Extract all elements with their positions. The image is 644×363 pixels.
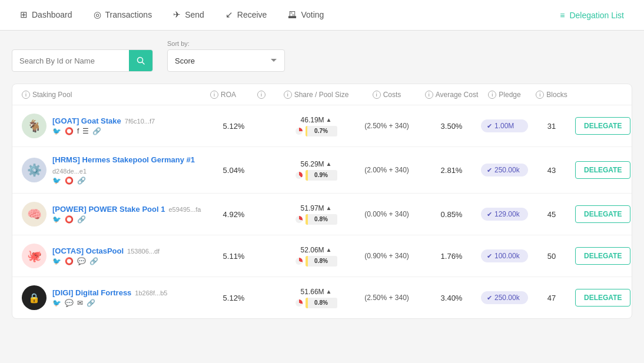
share-pie-hrms <box>296 172 303 179</box>
share-pie-digi <box>296 299 303 307</box>
controls-row: Sort by: Score ROA Pledge Blocks Pool Si… <box>12 40 632 72</box>
pool-hash-hrms: d248de...e1 <box>52 168 87 175</box>
discord-icon[interactable]: 💬 <box>65 299 74 307</box>
email-icon[interactable]: ✉ <box>77 299 83 307</box>
share-value-power: 51.97M ▲ <box>301 204 332 212</box>
nav-voting[interactable]: 🗳 Voting <box>277 0 334 30</box>
delegate-button-octas[interactable]: DELEGATE <box>575 247 630 265</box>
delegate-button-power[interactable]: DELEGATE <box>575 205 630 223</box>
sort-label: Sort by: <box>167 40 285 47</box>
list-icon[interactable]: ☰ <box>82 127 89 135</box>
share-cell-goat: 46.19M ▲ 0.7% <box>281 116 351 136</box>
col-roa-label: ROA <box>221 91 236 99</box>
share-value-hrms: 56.29M ▲ <box>301 160 332 168</box>
pool-ticker-octas[interactable]: [OCTAS] OctasPool <box>52 247 124 255</box>
discord-icon[interactable]: 💬 <box>77 257 86 265</box>
circle-icon[interactable]: ⭕ <box>65 215 74 224</box>
nav-receive[interactable]: ↙ Receive <box>215 0 278 30</box>
arrow-up-icon: ▲ <box>326 205 332 211</box>
col-header-costs: i Costs <box>351 91 422 99</box>
action-cell-goat: DELEGATE <box>575 117 632 135</box>
delegate-button-digi[interactable]: DELEGATE <box>575 289 630 307</box>
pool-name-row-power: [POWER] POWER Stake Pool 1 e59495...fa <box>52 205 201 214</box>
pool-hash-goat: 7f6c10...f7 <box>125 118 155 125</box>
pledge-cell-digi: ✔ 250.00k <box>481 291 528 304</box>
pool-avatar-digi: 🔒 <box>22 285 47 310</box>
nav-delegation-list[interactable]: ≡ Delegation List <box>549 11 635 20</box>
nav-transactions[interactable]: ◎ Transactions <box>83 0 163 30</box>
pool-ticker-power[interactable]: [POWER] POWER Stake Pool 1 <box>52 205 165 214</box>
blocks-cell-digi: 47 <box>528 294 575 302</box>
top-navigation: ⊞ Dashboard ◎ Transactions ✈ Send ↙ Rece… <box>0 0 644 31</box>
link-icon[interactable]: 🔗 <box>89 257 98 265</box>
facebook-icon[interactable]: f <box>77 127 79 135</box>
nav-voting-label: Voting <box>301 10 324 19</box>
sort-select[interactable]: Score ROA Pledge Blocks Pool Size <box>167 49 285 72</box>
pledge-cell-power: ✔ 129.00k <box>481 208 528 221</box>
nav-receive-label: Receive <box>237 10 267 19</box>
sort-container: Sort by: Score ROA Pledge Blocks Pool Si… <box>167 40 285 72</box>
link-icon[interactable]: 🔗 <box>87 299 95 307</box>
twitter-icon[interactable]: 🐦 <box>52 176 61 185</box>
pledge-badge-hrms: ✔ 250.00k <box>481 164 528 176</box>
delegate-button-goat[interactable]: DELEGATE <box>575 117 630 135</box>
info-icon-costs[interactable]: i <box>373 91 381 99</box>
col-header-share: i Share / Pool Size <box>281 91 351 99</box>
twitter-icon[interactable]: 🐦 <box>52 127 61 135</box>
link-icon[interactable]: 🔗 <box>92 127 101 135</box>
twitter-icon[interactable]: 🐦 <box>52 257 61 265</box>
pledge-check-icon: ✔ <box>487 211 492 218</box>
pool-avatar-power: 🧠 <box>22 202 47 227</box>
info-icon-pledge[interactable]: i <box>488 91 496 99</box>
info-icon-avgcost[interactable]: i <box>425 91 433 99</box>
circle-icon[interactable]: ⭕ <box>65 127 74 135</box>
share-bar-container-hrms: 0.9% <box>296 170 337 181</box>
delegate-button-hrms[interactable]: DELEGATE <box>575 161 630 179</box>
pool-socials-octas: 🐦 ⭕ 💬 🔗 <box>52 257 160 265</box>
costs-cell-octas: (0.90% + 340) <box>351 252 422 260</box>
col-header-pledge: i Pledge <box>481 91 528 99</box>
col-costs-label: Costs <box>383 91 401 99</box>
arrow-up-icon: ▲ <box>326 247 332 253</box>
nav-send[interactable]: ✈ Send <box>162 0 215 30</box>
nav-dashboard[interactable]: ⊞ Dashboard <box>9 0 83 30</box>
roa-cell-power: 4.92% <box>210 210 257 219</box>
arrow-up-icon: ▲ <box>326 161 332 167</box>
pool-cell-hrms: ⚙️ [HRMS] Hermes Stakepool Germany #1 d2… <box>22 155 210 185</box>
costs-cell-power: (0.00% + 340) <box>351 210 422 218</box>
info-icon-roa[interactable]: i <box>210 91 218 99</box>
pool-name-row-hrms: [HRMS] Hermes Stakepool Germany #1 d248d… <box>52 155 210 175</box>
info-icon-extra[interactable]: i <box>257 91 265 99</box>
link-icon[interactable]: 🔗 <box>77 215 86 224</box>
twitter-icon[interactable]: 🐦 <box>52 215 61 224</box>
twitter-icon[interactable]: 🐦 <box>52 299 61 307</box>
pool-ticker-hrms[interactable]: [HRMS] Hermes Stakepool Germany #1 <box>52 155 195 164</box>
share-cell-octas: 52.06M ▲ 0.8% <box>281 246 351 267</box>
pledge-badge-goat: ✔ 1.00M <box>481 119 528 132</box>
share-bar-container-octas: 0.8% <box>296 256 337 267</box>
roa-cell-goat: 5.12% <box>210 122 257 131</box>
link-icon[interactable]: 🔗 <box>77 176 86 185</box>
circle-icon[interactable]: ⭕ <box>65 176 74 185</box>
pool-ticker-digi[interactable]: [DIGI] Digital Fortress <box>52 288 131 297</box>
info-icon-blocks[interactable]: i <box>536 91 544 99</box>
roa-cell-hrms: 5.04% <box>210 166 257 175</box>
table-header: i Staking Pool i ROA i i Share / Pool Si… <box>12 84 632 105</box>
pool-avatar-octas: 🐙 <box>22 244 47 268</box>
action-cell-hrms: DELEGATE <box>575 161 632 179</box>
pool-ticker-goat[interactable]: [GOAT] Goat Stake <box>52 116 121 125</box>
pool-cell-power: 🧠 [POWER] POWER Stake Pool 1 e59495...fa… <box>22 202 210 227</box>
pledge-cell-goat: ✔ 1.00M <box>481 119 528 132</box>
share-cell-power: 51.97M ▲ 0.8% <box>281 204 351 225</box>
circle-icon[interactable]: ⭕ <box>65 257 74 265</box>
share-bar-hrms: 0.9% <box>306 170 337 181</box>
table-row: 🔒 [DIGI] Digital Fortress 1b268f...b5 🐦 … <box>12 277 632 318</box>
nav-transactions-label: Transactions <box>105 10 152 19</box>
search-input[interactable] <box>12 56 129 65</box>
nav-dashboard-label: Dashboard <box>32 10 72 19</box>
avg-cost-power: 0.85% <box>422 210 481 219</box>
search-button[interactable] <box>129 49 152 72</box>
info-icon-share[interactable]: i <box>284 91 292 99</box>
roa-cell-octas: 5.11% <box>210 252 257 261</box>
info-icon-pool[interactable]: i <box>22 91 30 99</box>
